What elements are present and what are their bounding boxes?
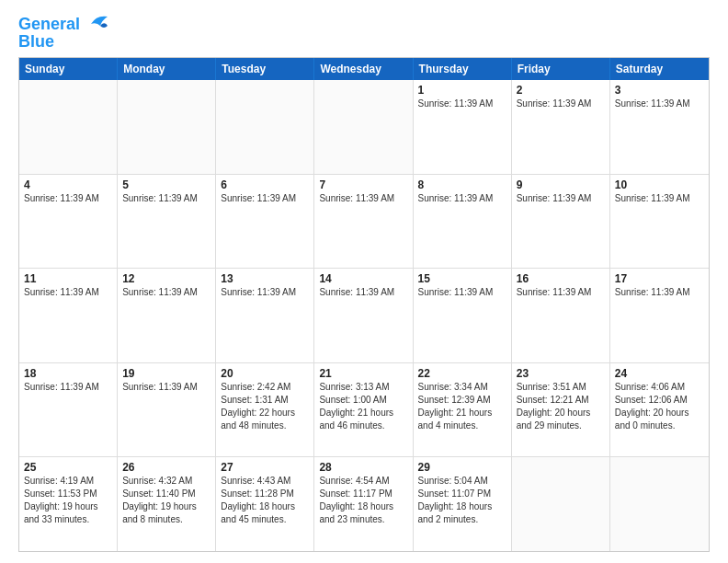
day-number: 20 <box>221 367 309 380</box>
calendar-cell: 28Sunrise: 4:54 AMSunset: 11:17 PMDaylig… <box>314 457 413 551</box>
day-number: 26 <box>122 461 210 474</box>
day-info-line: Daylight: 19 hours and 33 minutes. <box>24 500 112 526</box>
day-info: Sunrise: 11:39 AM <box>615 98 704 110</box>
calendar-cell: 6Sunrise: 11:39 AM <box>216 175 314 269</box>
calendar-cell: 13Sunrise: 11:39 AM <box>216 269 314 362</box>
logo-text: General <box>18 16 80 32</box>
day-info-line: Daylight: 21 hours and 46 minutes. <box>319 407 407 432</box>
calendar-cell: 14Sunrise: 11:39 AM <box>314 269 413 362</box>
day-info-line: Daylight: 21 hours and 4 minutes. <box>418 407 506 432</box>
calendar-cell: 15Sunrise: 11:39 AM <box>414 269 512 362</box>
logo-bird-icon <box>82 13 111 33</box>
day-info-line: Sunset: 11:07 PM <box>418 488 506 500</box>
calendar-cell: 21Sunrise: 3:13 AMSunset: 1:00 AMDayligh… <box>314 363 413 457</box>
day-info-line: Sunrise: 11:39 AM <box>517 98 605 110</box>
day-info-line: Sunrise: 5:04 AM <box>418 475 506 488</box>
day-info-line: Daylight: 18 hours and 23 minutes. <box>319 500 407 526</box>
day-number: 2 <box>517 84 605 97</box>
day-info-line: Daylight: 20 hours and 0 minutes. <box>615 407 704 432</box>
calendar-cell <box>512 457 610 551</box>
calendar-cell: 29Sunrise: 5:04 AMSunset: 11:07 PMDaylig… <box>414 457 512 551</box>
calendar-cell: 10Sunrise: 11:39 AM <box>610 175 709 269</box>
calendar-header: SundayMondayTuesdayWednesdayThursdayFrid… <box>19 58 709 80</box>
day-info-line: Sunrise: 11:39 AM <box>24 381 112 394</box>
day-number: 11 <box>24 272 112 285</box>
day-number: 4 <box>24 178 112 191</box>
day-info: Sunrise: 3:34 AMSunset: 12:39 AMDaylight… <box>418 381 506 432</box>
day-info-line: Sunrise: 4:19 AM <box>24 475 112 488</box>
weekday-header: Friday <box>512 58 610 80</box>
day-info-line: Sunrise: 11:39 AM <box>615 98 704 110</box>
calendar-cell: 8Sunrise: 11:39 AM <box>414 175 512 269</box>
calendar-row: 4Sunrise: 11:39 AM5Sunrise: 11:39 AM6Sun… <box>19 175 709 270</box>
day-info-line: Sunrise: 4:06 AM <box>615 381 704 394</box>
calendar-cell: 18Sunrise: 11:39 AM <box>19 363 118 457</box>
day-info: Sunrise: 11:39 AM <box>122 286 210 299</box>
day-info: Sunrise: 11:39 AM <box>122 192 210 205</box>
day-info: Sunrise: 5:04 AMSunset: 11:07 PMDaylight… <box>418 475 506 526</box>
day-number: 10 <box>615 178 704 191</box>
logo: General Blue <box>18 15 111 50</box>
day-info-line: Sunrise: 11:39 AM <box>418 192 506 205</box>
day-info: Sunrise: 11:39 AM <box>221 286 309 299</box>
calendar-cell <box>216 80 314 174</box>
day-info-line: Sunrise: 11:39 AM <box>122 192 210 205</box>
day-info: Sunrise: 4:06 AMSunset: 12:06 AMDaylight… <box>615 381 704 432</box>
calendar-cell <box>610 457 709 551</box>
day-info-line: Sunset: 1:00 AM <box>319 394 407 407</box>
day-info-line: Sunrise: 11:39 AM <box>517 286 605 299</box>
day-info-line: Sunrise: 11:39 AM <box>319 192 407 205</box>
day-number: 8 <box>418 178 506 191</box>
day-info-line: Sunrise: 4:43 AM <box>221 475 309 488</box>
day-info-line: Sunrise: 3:34 AM <box>418 381 506 394</box>
day-info: Sunrise: 11:39 AM <box>418 286 506 299</box>
calendar-cell: 3Sunrise: 11:39 AM <box>610 80 709 174</box>
day-number: 21 <box>319 367 407 380</box>
day-info: Sunrise: 2:42 AMSunset: 1:31 AMDaylight:… <box>221 381 309 432</box>
calendar-cell: 7Sunrise: 11:39 AM <box>314 175 413 269</box>
calendar-cell: 12Sunrise: 11:39 AM <box>118 269 216 362</box>
calendar-row: 1Sunrise: 11:39 AM2Sunrise: 11:39 AM3Sun… <box>19 80 709 175</box>
weekday-header: Thursday <box>414 58 512 80</box>
day-info-line: Sunrise: 11:39 AM <box>221 192 309 205</box>
header: General Blue <box>18 15 710 50</box>
day-info-line: Daylight: 18 hours and 45 minutes. <box>221 500 309 526</box>
calendar-cell: 25Sunrise: 4:19 AMSunset: 11:53 PMDaylig… <box>19 457 118 551</box>
day-number: 17 <box>615 272 704 285</box>
weekday-header: Sunday <box>19 58 118 80</box>
day-number: 22 <box>418 367 506 380</box>
day-info-line: Sunset: 12:21 AM <box>517 394 605 407</box>
calendar-cell: 9Sunrise: 11:39 AM <box>512 175 610 269</box>
day-info-line: Daylight: 19 hours and 8 minutes. <box>122 500 210 526</box>
day-number: 14 <box>319 272 407 285</box>
day-info-line: Sunrise: 2:42 AM <box>221 381 309 394</box>
day-info-line: Sunset: 11:40 PM <box>122 488 210 500</box>
calendar-cell: 23Sunrise: 3:51 AMSunset: 12:21 AMDaylig… <box>512 363 610 457</box>
calendar-cell: 26Sunrise: 4:32 AMSunset: 11:40 PMDaylig… <box>118 457 216 551</box>
calendar-cell: 20Sunrise: 2:42 AMSunset: 1:31 AMDayligh… <box>216 363 314 457</box>
day-number: 24 <box>615 367 704 380</box>
day-info: Sunrise: 3:13 AMSunset: 1:00 AMDaylight:… <box>319 381 407 432</box>
calendar-cell: 2Sunrise: 11:39 AM <box>512 80 610 174</box>
day-number: 9 <box>517 178 605 191</box>
day-info: Sunrise: 11:39 AM <box>418 192 506 205</box>
calendar-cell <box>118 80 216 174</box>
calendar-row: 25Sunrise: 4:19 AMSunset: 11:53 PMDaylig… <box>19 457 709 551</box>
calendar-cell: 16Sunrise: 11:39 AM <box>512 269 610 362</box>
day-info-line: Sunset: 11:17 PM <box>319 488 407 500</box>
day-info: Sunrise: 11:39 AM <box>517 98 605 110</box>
day-info: Sunrise: 4:43 AMSunset: 11:28 PMDaylight… <box>221 475 309 526</box>
day-info-line: Sunrise: 4:32 AM <box>122 475 210 488</box>
day-info: Sunrise: 11:39 AM <box>418 98 506 110</box>
calendar-row: 11Sunrise: 11:39 AM12Sunrise: 11:39 AM13… <box>19 269 709 363</box>
day-info: Sunrise: 11:39 AM <box>319 192 407 205</box>
day-number: 23 <box>517 367 605 380</box>
day-info-line: Sunrise: 11:39 AM <box>517 192 605 205</box>
day-number: 3 <box>615 84 704 97</box>
day-number: 5 <box>122 178 210 191</box>
day-info-line: Sunrise: 11:39 AM <box>615 192 704 205</box>
calendar-cell: 11Sunrise: 11:39 AM <box>19 269 118 362</box>
calendar-cell: 4Sunrise: 11:39 AM <box>19 175 118 269</box>
day-info: Sunrise: 11:39 AM <box>221 192 309 205</box>
day-number: 13 <box>221 272 309 285</box>
